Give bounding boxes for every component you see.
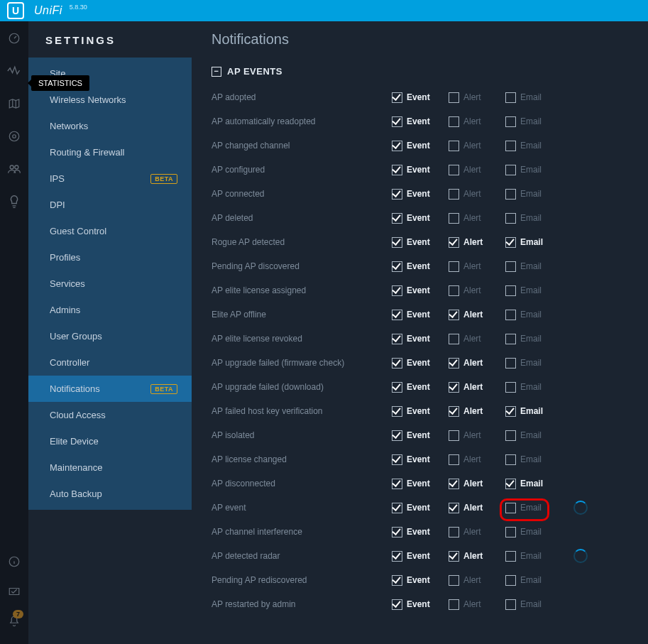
event-checkbox[interactable] (392, 310, 402, 320)
email-checkbox[interactable] (505, 334, 516, 344)
event-checkbox[interactable] (392, 237, 402, 248)
alert-checkbox[interactable] (449, 551, 459, 562)
alert-checkbox[interactable] (449, 285, 459, 296)
alert-checkbox[interactable] (449, 454, 459, 465)
event-checkbox[interactable] (392, 575, 402, 586)
event-row-label: AP elite license assigned (212, 285, 392, 295)
email-checkbox[interactable] (505, 527, 516, 537)
event-label: Event (407, 92, 430, 102)
event-row-label: Pending AP discovered (212, 261, 392, 271)
email-checkbox[interactable] (505, 358, 516, 369)
alert-checkbox[interactable] (449, 406, 459, 417)
map-icon[interactable] (7, 97, 21, 111)
alert-checkbox[interactable] (449, 358, 459, 369)
email-checkbox[interactable] (505, 599, 516, 610)
nav-item-dpi[interactable]: DPI (28, 192, 192, 218)
event-checkbox[interactable] (392, 189, 402, 200)
nav-item-networks[interactable]: Networks (28, 113, 192, 139)
statistics-icon[interactable] (7, 64, 21, 78)
event-checkbox[interactable] (392, 382, 402, 393)
nav-item-profiles[interactable]: Profiles (28, 244, 192, 271)
event-checkbox[interactable] (392, 503, 402, 513)
email-checkbox[interactable] (505, 165, 516, 175)
email-checkbox[interactable] (505, 116, 516, 127)
nav-item-notifications[interactable]: NotificationsBETA (28, 376, 192, 402)
event-label: Event (407, 575, 430, 585)
event-checkbox[interactable] (392, 406, 402, 417)
version-text: 5.8.30 (70, 4, 87, 11)
alert-checkbox[interactable] (449, 261, 459, 272)
event-checkbox[interactable] (392, 454, 402, 465)
insights-icon[interactable] (7, 195, 21, 209)
event-checkbox[interactable] (392, 261, 402, 272)
event-checkbox[interactable] (392, 165, 402, 175)
alert-checkbox[interactable] (449, 382, 459, 393)
email-checkbox[interactable] (505, 285, 516, 296)
alert-checkbox[interactable] (449, 527, 459, 537)
event-checkbox[interactable] (392, 116, 402, 127)
dashboard-icon[interactable] (7, 31, 21, 45)
alert-checkbox[interactable] (449, 165, 459, 175)
event-label: Event (407, 479, 430, 489)
email-checkbox[interactable] (505, 310, 516, 320)
email-checkbox[interactable] (505, 479, 516, 489)
nav-item-admins[interactable]: Admins (28, 297, 192, 323)
nav-item-controller[interactable]: Controller (28, 349, 192, 376)
event-cell: Event (392, 527, 434, 537)
alert-checkbox[interactable] (449, 141, 459, 151)
event-checkbox[interactable] (392, 285, 402, 296)
email-checkbox[interactable] (505, 382, 516, 393)
nav-item-cloud-access[interactable]: Cloud Access (28, 402, 192, 428)
email-checkbox[interactable] (505, 141, 516, 151)
email-checkbox[interactable] (505, 237, 516, 248)
info-icon[interactable] (7, 555, 21, 569)
section-head[interactable]: − AP EVENTS (212, 66, 648, 77)
email-checkbox[interactable] (505, 575, 516, 586)
alert-checkbox[interactable] (449, 599, 459, 610)
alert-checkbox[interactable] (449, 189, 459, 200)
nav-item-auto-backup[interactable]: Auto Backup (28, 481, 192, 507)
alert-checkbox[interactable] (449, 334, 459, 344)
nav-item-ips[interactable]: IPSBETA (28, 165, 192, 192)
alert-checkbox[interactable] (449, 92, 459, 103)
nav-item-routing-firewall[interactable]: Routing & Firewall (28, 139, 192, 165)
event-checkbox[interactable] (392, 358, 402, 369)
collapse-icon[interactable]: − (212, 67, 221, 77)
nav-item-guest-control[interactable]: Guest Control (28, 218, 192, 244)
alert-checkbox[interactable] (449, 237, 459, 248)
event-checkbox[interactable] (392, 599, 402, 610)
email-label: Email (520, 406, 543, 416)
email-checkbox[interactable] (505, 454, 516, 465)
email-checkbox[interactable] (505, 213, 516, 224)
event-checkbox[interactable] (392, 479, 402, 489)
alert-checkbox[interactable] (449, 116, 459, 127)
email-checkbox[interactable] (505, 551, 516, 562)
ack-icon[interactable] (7, 584, 21, 599)
email-checkbox[interactable] (505, 92, 516, 103)
nav-item-maintenance[interactable]: Maintenance (28, 454, 192, 481)
alert-checkbox[interactable] (449, 503, 459, 513)
event-checkbox[interactable] (392, 92, 402, 103)
alert-checkbox[interactable] (449, 310, 459, 320)
alert-checkbox[interactable] (449, 430, 459, 441)
alert-checkbox[interactable] (449, 213, 459, 224)
email-checkbox[interactable] (505, 430, 516, 441)
alert-checkbox[interactable] (449, 575, 459, 586)
email-checkbox[interactable] (505, 189, 516, 200)
alert-checkbox[interactable] (449, 479, 459, 489)
email-checkbox[interactable] (505, 406, 516, 417)
event-checkbox[interactable] (392, 213, 402, 224)
email-checkbox[interactable] (505, 503, 516, 513)
alerts-icon[interactable]: 7 (7, 614, 21, 628)
nav-item-services[interactable]: Services (28, 271, 192, 297)
event-checkbox[interactable] (392, 551, 402, 562)
nav-item-user-groups[interactable]: User Groups (28, 323, 192, 349)
event-checkbox[interactable] (392, 527, 402, 537)
event-checkbox[interactable] (392, 141, 402, 151)
nav-item-elite-device[interactable]: Elite Device (28, 428, 192, 454)
event-checkbox[interactable] (392, 430, 402, 441)
clients-icon[interactable] (7, 162, 21, 176)
email-checkbox[interactable] (505, 261, 516, 272)
event-checkbox[interactable] (392, 334, 402, 344)
devices-icon[interactable] (7, 129, 21, 143)
